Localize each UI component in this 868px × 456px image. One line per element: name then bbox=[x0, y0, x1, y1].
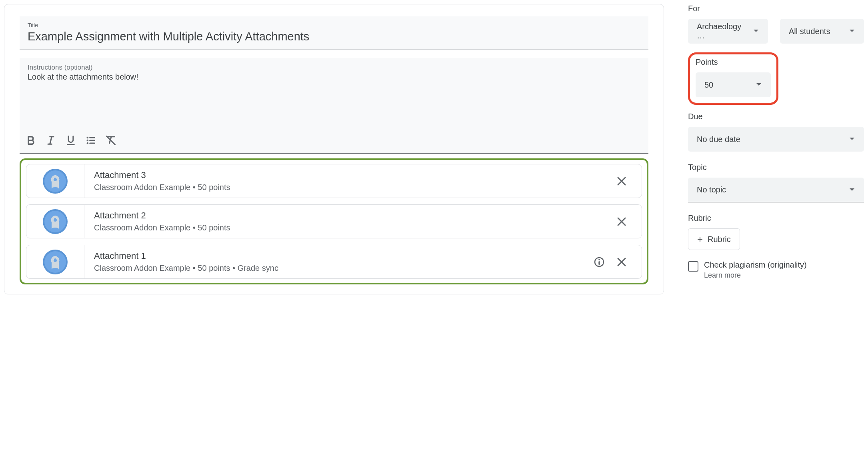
for-label: For bbox=[688, 4, 864, 13]
attachment-subtitle: Classroom Addon Example • 50 points bbox=[94, 183, 602, 192]
svg-point-8 bbox=[87, 140, 89, 142]
remove-attachment-button[interactable] bbox=[611, 211, 632, 232]
plus-icon: + bbox=[697, 234, 703, 244]
chevron-down-icon bbox=[841, 136, 855, 142]
attachment-title: Attachment 1 bbox=[94, 251, 579, 261]
plagiarism-checkbox[interactable] bbox=[688, 261, 698, 272]
attachment-row[interactable]: Attachment 3 Classroom Addon Example • 5… bbox=[26, 164, 642, 198]
attachment-subtitle: Classroom Addon Example • 50 points • Gr… bbox=[94, 264, 579, 273]
class-select[interactable]: Archaeology … bbox=[688, 19, 768, 44]
chevron-down-icon bbox=[841, 187, 855, 193]
students-select-value: All students bbox=[789, 27, 830, 36]
clear-formatting-button[interactable] bbox=[103, 132, 119, 148]
due-date-value: No due date bbox=[697, 135, 740, 144]
remove-attachment-button[interactable] bbox=[611, 252, 632, 272]
attachment-icon bbox=[26, 205, 84, 238]
title-field[interactable]: Title Example Assignment with Multiple A… bbox=[20, 16, 648, 50]
title-label: Title bbox=[28, 22, 640, 28]
italic-button[interactable] bbox=[43, 132, 59, 148]
due-label: Due bbox=[688, 112, 864, 121]
topic-label: Topic bbox=[688, 163, 864, 172]
students-select[interactable]: All students bbox=[780, 19, 864, 44]
attachment-row[interactable]: Attachment 2 Classroom Addon Example • 5… bbox=[26, 204, 642, 238]
rubric-label: Rubric bbox=[688, 214, 864, 223]
attachment-info-button[interactable] bbox=[589, 252, 610, 272]
assignment-editor-card: Title Example Assignment with Multiple A… bbox=[4, 4, 664, 294]
attachment-title: Attachment 2 bbox=[94, 210, 602, 221]
points-value: 50 bbox=[704, 80, 713, 90]
attachment-icon bbox=[26, 164, 84, 198]
instructions-value[interactable]: Look at the attachments below! bbox=[28, 72, 640, 124]
class-select-value: Archaeology … bbox=[697, 22, 745, 40]
svg-point-7 bbox=[87, 137, 89, 139]
due-section: Due No due date bbox=[688, 112, 864, 152]
format-toolbar bbox=[20, 128, 648, 154]
chevron-down-icon bbox=[748, 82, 762, 88]
svg-point-9 bbox=[87, 142, 89, 144]
learn-more-link[interactable]: Learn more bbox=[704, 271, 807, 280]
plagiarism-label: Check plagiarism (originality) bbox=[704, 260, 807, 270]
rubric-button-label: Rubric bbox=[708, 235, 731, 244]
points-label: Points bbox=[696, 58, 771, 67]
points-highlight-box: Points 50 bbox=[688, 52, 778, 105]
chevron-down-icon bbox=[841, 28, 855, 34]
topic-section: Topic No topic bbox=[688, 163, 864, 202]
underline-button[interactable] bbox=[63, 132, 79, 148]
attachment-subtitle: Classroom Addon Example • 50 points bbox=[94, 223, 602, 232]
instructions-field[interactable]: Instructions (optional) Look at the atta… bbox=[20, 58, 648, 154]
due-date-select[interactable]: No due date bbox=[688, 127, 864, 152]
rubric-section: Rubric + Rubric bbox=[688, 214, 864, 250]
topic-value: No topic bbox=[697, 185, 726, 194]
points-select[interactable]: 50 bbox=[696, 72, 771, 97]
add-rubric-button[interactable]: + Rubric bbox=[688, 228, 740, 250]
bold-button[interactable] bbox=[23, 132, 39, 148]
assignment-sidebar: For Archaeology … All students Points 50… bbox=[688, 4, 864, 294]
attachment-row[interactable]: Attachment 1 Classroom Addon Example • 5… bbox=[26, 245, 642, 279]
title-value[interactable]: Example Assignment with Multiple Activit… bbox=[28, 30, 640, 43]
remove-attachment-button[interactable] bbox=[611, 171, 632, 192]
plagiarism-row: Check plagiarism (originality) Learn mor… bbox=[688, 260, 864, 280]
topic-select[interactable]: No topic bbox=[688, 178, 864, 202]
attachment-title: Attachment 3 bbox=[94, 170, 602, 180]
for-section: For Archaeology … All students bbox=[688, 4, 864, 44]
instructions-label: Instructions (optional) bbox=[28, 64, 640, 72]
chevron-down-icon bbox=[745, 28, 759, 34]
attachments-highlight-box: Attachment 3 Classroom Addon Example • 5… bbox=[20, 158, 648, 284]
bullet-list-button[interactable] bbox=[83, 132, 99, 148]
attachment-icon bbox=[26, 245, 84, 278]
